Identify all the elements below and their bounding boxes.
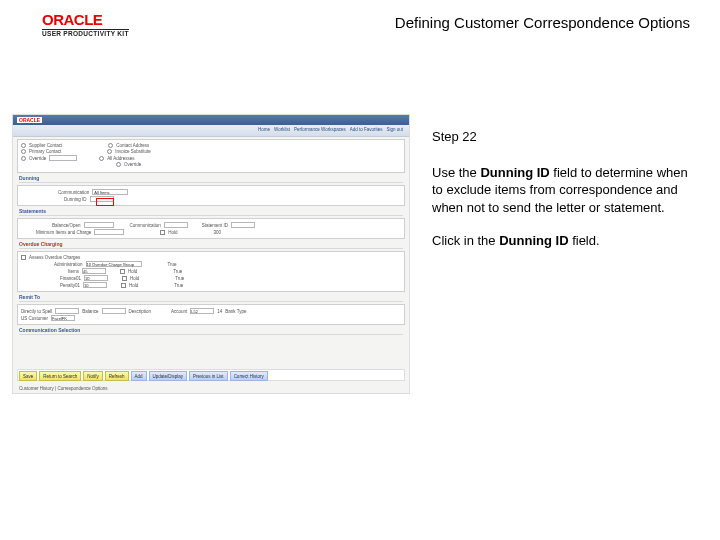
lbl-primary: Primary Contact xyxy=(29,149,61,154)
lbl-dir: Directly to Spell xyxy=(21,309,52,314)
admin-field[interactable]: 10 Overdue Charge Group xyxy=(86,261,142,267)
lbl-pen: Penalty01 xyxy=(60,283,80,288)
lbl-override2: Override xyxy=(124,162,141,167)
lbl-dunning-id: Dunning ID xyxy=(64,197,87,202)
nav-perf[interactable]: Performance Workspaces xyxy=(294,127,346,134)
dir-f[interactable] xyxy=(55,308,79,314)
lbl-acct: Account xyxy=(171,309,187,314)
true4: True xyxy=(174,283,183,288)
radio-contact-address[interactable] xyxy=(108,143,113,148)
instruction-panel: Step 22 Use the Dunning ID field to dete… xyxy=(432,128,690,266)
lbl-stmt-comm: Communication xyxy=(130,223,161,228)
lbl-assess: Assess Overdue Charges xyxy=(29,255,80,260)
lbl-balance: Balance/Open xyxy=(52,223,81,228)
lbl-comm: Communication xyxy=(58,190,89,195)
override-field[interactable] xyxy=(49,155,77,161)
hold-check[interactable] xyxy=(160,230,165,235)
section-corr: Communication Selection xyxy=(19,327,403,335)
lbl-bank: Bank Type xyxy=(225,309,246,314)
lbl-h3: Hold xyxy=(129,283,138,288)
lbl-desc: Description xyxy=(129,309,152,314)
comm-select[interactable]: All Items xyxy=(92,189,128,195)
pen-f[interactable]: 10 xyxy=(83,282,107,288)
oracle-logo-text: ORACLE xyxy=(42,12,129,27)
screenshot-thumbnail: ORACLE Home Worklist Performance Workspa… xyxy=(12,114,410,394)
bal-f[interactable] xyxy=(102,308,126,314)
lbl-admin: Administration xyxy=(54,262,83,267)
true2: True xyxy=(173,269,182,274)
product-logo: ORACLE USER PRODUCTIVITY KIT xyxy=(42,12,129,38)
lbl-hold: Hold xyxy=(168,230,177,235)
instruction-para-2: Click in the Dunning ID field. xyxy=(432,232,690,250)
lbl-h2: Hold xyxy=(130,276,139,281)
section-overdue: Overdue Charging xyxy=(19,241,403,249)
lbl-h1: Hold xyxy=(128,269,137,274)
button-bar: Save Return to Search Notify Refresh Add… xyxy=(17,369,405,381)
stmt-id-field[interactable] xyxy=(231,222,255,228)
highlight-dunning-id xyxy=(96,198,114,206)
lbl-invoice-sub: Invoice Substitute xyxy=(115,149,151,154)
lbl-bal: Balance xyxy=(82,309,98,314)
prev-button[interactable]: Previous in List xyxy=(189,371,228,381)
section-dunning: Dunning xyxy=(19,175,403,183)
radio-all-addr[interactable] xyxy=(99,156,104,161)
instruction-para-1: Use the Dunning ID field to determine wh… xyxy=(432,164,690,217)
fin-f[interactable]: 10 xyxy=(84,275,108,281)
us-f[interactable]: FacelFK xyxy=(51,315,75,321)
app-nav: Home Worklist Performance Workspaces Add… xyxy=(13,125,409,137)
save-button[interactable]: Save xyxy=(19,371,37,381)
section-statements: Statements xyxy=(19,208,403,216)
notify-button[interactable]: Notify xyxy=(83,371,103,381)
nav-worklist[interactable]: Worklist xyxy=(274,127,290,134)
true3: True xyxy=(175,276,184,281)
radio-primary[interactable] xyxy=(21,149,26,154)
nav-home[interactable]: Home xyxy=(258,127,270,134)
acct-v2: 14 xyxy=(217,309,222,314)
lbl-us: US Customer xyxy=(21,316,48,321)
lbl-contact-address: Contact Address xyxy=(116,143,149,148)
lbl-items: Items xyxy=(68,269,79,274)
radio-override[interactable] xyxy=(21,156,26,161)
lbl-stmt-id: Statement ID xyxy=(202,223,228,228)
update-button[interactable]: Update/Display xyxy=(149,371,188,381)
refresh-button[interactable]: Refresh xyxy=(105,371,129,381)
step-label: Step 22 xyxy=(432,128,690,146)
acct-f[interactable]: L52 xyxy=(190,308,214,314)
assess-check[interactable] xyxy=(21,255,26,260)
items-f[interactable]: 45 xyxy=(82,268,106,274)
lbl-fin: Finance01 xyxy=(60,276,81,281)
add-button[interactable]: Add xyxy=(131,371,147,381)
section-remit: Remit To xyxy=(19,294,403,302)
true1: True xyxy=(168,262,177,267)
lbl-all-addr: All Addresses xyxy=(107,156,134,161)
nav-signout[interactable]: Sign out xyxy=(386,127,403,134)
radio-override2[interactable] xyxy=(116,162,121,167)
h1[interactable] xyxy=(120,269,125,274)
oracle-mini-logo: ORACLE xyxy=(17,117,42,123)
page-title: Defining Customer Correspondence Options xyxy=(395,12,690,31)
upk-label: USER PRODUCTIVITY KIT xyxy=(42,29,129,38)
lbl-override: Override xyxy=(29,156,46,161)
lbl-supplier: Supplier Contact xyxy=(29,143,62,148)
radio-supplier[interactable] xyxy=(21,143,26,148)
radio-invoice-sub[interactable] xyxy=(107,149,112,154)
lbl-min-items: Minimum Items and Charge xyxy=(36,230,91,235)
return-button[interactable]: Return to Search xyxy=(39,371,81,381)
stmt-comm-field[interactable] xyxy=(164,222,188,228)
hold-val: 300 xyxy=(214,230,222,235)
h3[interactable] xyxy=(121,283,126,288)
h2[interactable] xyxy=(122,276,127,281)
correct-button[interactable]: Correct History xyxy=(230,371,268,381)
footer-crumb: Customer History | Correspondence Option… xyxy=(19,386,107,391)
min-items-field[interactable] xyxy=(94,229,124,235)
nav-fav[interactable]: Add to Favorites xyxy=(350,127,383,134)
balance-field[interactable] xyxy=(84,222,114,228)
